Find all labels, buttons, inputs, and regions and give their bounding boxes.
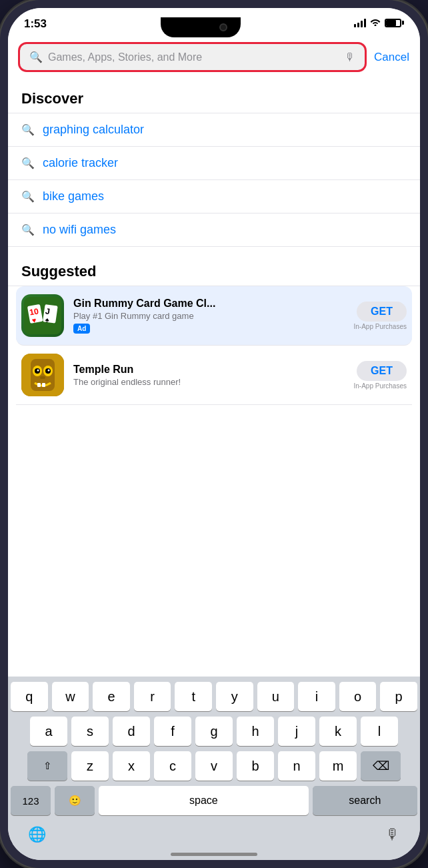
phone-screen: 1:53 🔍 bbox=[8, 8, 420, 860]
temple-run-action: GET In-App Purchases bbox=[354, 361, 407, 390]
camera-dot bbox=[219, 23, 227, 31]
wifi-icon bbox=[370, 17, 381, 28]
search-key[interactable]: search bbox=[313, 786, 417, 815]
key-z[interactable]: z bbox=[71, 751, 109, 781]
key-q[interactable]: q bbox=[11, 682, 48, 711]
search-bar[interactable]: 🔍 Games, Apps, Stories, and More 🎙 bbox=[19, 43, 366, 71]
notch bbox=[161, 17, 241, 37]
gin-rummy-info: Gin Rummy Card Game Cl... Play #1 Gin Ru… bbox=[73, 298, 345, 334]
discover-item-bike-games[interactable]: 🔍 bike games bbox=[8, 180, 420, 213]
key-h[interactable]: h bbox=[237, 717, 274, 746]
status-icons bbox=[354, 17, 404, 28]
gin-rummy-iap: In-App Purchases bbox=[354, 323, 407, 330]
svg-point-14 bbox=[48, 370, 50, 372]
key-j[interactable]: j bbox=[278, 717, 315, 746]
gin-rummy-action: GET In-App Purchases bbox=[354, 302, 407, 330]
key-e[interactable]: e bbox=[93, 682, 130, 711]
gin-rummy-get-button[interactable]: GET bbox=[357, 302, 407, 322]
search-placeholder: Games, Apps, Stories, and More bbox=[48, 51, 339, 63]
key-b[interactable]: b bbox=[237, 751, 274, 781]
shift-key[interactable]: ⇧ bbox=[27, 751, 67, 781]
key-p[interactable]: p bbox=[380, 682, 417, 711]
svg-rect-16 bbox=[37, 383, 41, 387]
emoji-key[interactable]: 🙂 bbox=[55, 786, 95, 815]
key-s[interactable]: s bbox=[71, 717, 109, 746]
keyboard-row-1: q w e r t y u i o p bbox=[11, 682, 417, 711]
search-icon-small: 🔍 bbox=[21, 190, 35, 203]
search-icon: 🔍 bbox=[29, 51, 43, 63]
svg-rect-17 bbox=[42, 383, 45, 387]
bottom-bar: 🌐 🎙 bbox=[8, 823, 420, 849]
backspace-icon: ⌫ bbox=[373, 759, 389, 773]
backspace-key[interactable]: ⌫ bbox=[361, 751, 401, 781]
discover-title: Discover bbox=[8, 79, 420, 113]
app-item-temple-run[interactable]: Temple Run The original endless runner! … bbox=[16, 346, 412, 405]
key-l[interactable]: l bbox=[361, 717, 398, 746]
gin-rummy-desc: Play #1 Gin Rummy card game bbox=[73, 311, 345, 321]
svg-rect-15 bbox=[40, 376, 45, 379]
search-icon-small: 🔍 bbox=[21, 123, 35, 136]
gin-rummy-name: Gin Rummy Card Game Cl... bbox=[73, 298, 345, 310]
signal-icon bbox=[354, 18, 366, 27]
key-d[interactable]: d bbox=[113, 717, 150, 746]
cancel-button[interactable]: Cancel bbox=[374, 51, 409, 64]
gin-rummy-badge: Ad bbox=[73, 324, 90, 334]
key-y[interactable]: y bbox=[216, 682, 253, 711]
home-bar bbox=[171, 853, 257, 856]
key-f[interactable]: f bbox=[154, 717, 191, 746]
keyboard: q w e r t y u i o p a s d f g h j k bbox=[8, 677, 420, 823]
search-icon-small: 🔍 bbox=[21, 157, 35, 169]
temple-run-icon bbox=[21, 354, 64, 396]
temple-run-name: Temple Run bbox=[73, 364, 345, 376]
battery-icon bbox=[385, 19, 404, 27]
temple-run-get-button[interactable]: GET bbox=[357, 361, 407, 381]
key-k[interactable]: k bbox=[319, 717, 357, 746]
key-x[interactable]: x bbox=[113, 751, 150, 781]
status-time: 1:53 bbox=[24, 17, 47, 31]
discover-item-no-wifi-games[interactable]: 🔍 no wifi games bbox=[8, 213, 420, 247]
temple-run-desc: The original endless runner! bbox=[73, 377, 345, 387]
globe-icon[interactable]: 🌐 bbox=[28, 826, 46, 843]
app-item-gin-rummy[interactable]: 10 ♥ J ♠ Gin Rummy Card Game Cl... Play … bbox=[16, 286, 412, 346]
key-c[interactable]: c bbox=[154, 751, 191, 781]
temple-run-iap: In-App Purchases bbox=[354, 382, 407, 390]
suggested-section: Suggested 10 ♥ J bbox=[8, 252, 420, 405]
svg-point-13 bbox=[37, 370, 39, 372]
keyboard-row-4: 123 🙂 space search bbox=[11, 786, 417, 815]
home-indicator-area bbox=[8, 849, 420, 860]
key-t[interactable]: t bbox=[175, 682, 212, 711]
key-m[interactable]: m bbox=[319, 751, 357, 781]
discover-item-calorie-tracker[interactable]: 🔍 calorie tracker bbox=[8, 147, 420, 180]
keyboard-row-2: a s d f g h j k l bbox=[11, 717, 417, 746]
status-bar: 1:53 bbox=[8, 8, 420, 37]
search-icon-small: 🔍 bbox=[21, 224, 35, 236]
key-w[interactable]: w bbox=[52, 682, 89, 711]
space-key[interactable]: space bbox=[99, 786, 309, 815]
key-n[interactable]: n bbox=[278, 751, 315, 781]
search-area: 🔍 Games, Apps, Stories, and More 🎙 Cance… bbox=[8, 37, 420, 79]
key-g[interactable]: g bbox=[195, 717, 233, 746]
key-a[interactable]: a bbox=[30, 717, 67, 746]
phone-frame: 1:53 🔍 bbox=[0, 0, 428, 868]
gin-rummy-icon: 10 ♥ J ♠ bbox=[21, 294, 64, 337]
temple-run-info: Temple Run The original endless runner! bbox=[73, 364, 345, 387]
suggested-list: 10 ♥ J ♠ Gin Rummy Card Game Cl... Play … bbox=[8, 286, 420, 405]
content-area: Discover 🔍 graphing calculator 🔍 calorie… bbox=[8, 79, 420, 677]
discover-item-graphing-calculator[interactable]: 🔍 graphing calculator bbox=[8, 113, 420, 147]
mic-icon[interactable]: 🎙 bbox=[345, 51, 355, 63]
key-v[interactable]: v bbox=[195, 751, 233, 781]
key-i[interactable]: i bbox=[298, 682, 335, 711]
discover-list: 🔍 graphing calculator 🔍 calorie tracker … bbox=[8, 113, 420, 247]
discover-section: Discover 🔍 graphing calculator 🔍 calorie… bbox=[8, 79, 420, 247]
key-r[interactable]: r bbox=[134, 682, 171, 711]
key-u[interactable]: u bbox=[257, 682, 295, 711]
keyboard-mic-icon[interactable]: 🎙 bbox=[385, 826, 400, 843]
numbers-key[interactable]: 123 bbox=[11, 786, 51, 815]
key-o[interactable]: o bbox=[339, 682, 377, 711]
keyboard-row-3: ⇧ z x c v b n m ⌫ bbox=[11, 751, 417, 781]
suggested-title: Suggested bbox=[8, 252, 420, 286]
